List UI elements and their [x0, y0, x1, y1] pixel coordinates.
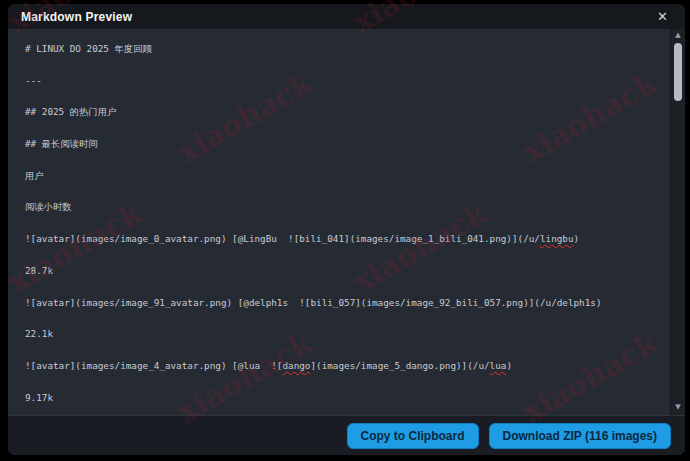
watermark-text: xiaohack — [1, 455, 148, 461]
scroll-down-icon[interactable]: ▼ — [675, 403, 680, 413]
markdown-line: ![avatar](images/image_0_avatar.png) [@L… — [25, 223, 670, 255]
markdown-text: ](images/image_5_dango.png)](/u/ — [310, 360, 489, 371]
markdown-text: 28.7k — [25, 265, 53, 276]
markdown-preview-modal: Markdown Preview ✕ # LINUX DO 2025 年度回顾-… — [8, 4, 685, 455]
vertical-scrollbar[interactable]: ▲ ▼ — [670, 29, 685, 415]
markdown-text: --- — [25, 75, 42, 86]
markdown-text: 阅读小时数 — [25, 201, 71, 212]
markdown-line: ![avatar](images/image_4_avatar.png) [@l… — [25, 350, 670, 382]
markdown-line: 阅读小时数 — [25, 191, 670, 223]
modal-footer: Copy to Clipboard Download ZIP (116 imag… — [8, 415, 685, 455]
markdown-line: 22.1k — [25, 318, 670, 350]
markdown-line: --- — [25, 65, 670, 97]
watermark-text: xiaohack — [346, 455, 493, 461]
markdown-text: ![avatar](images/image_0_avatar.png) [@L… — [25, 233, 540, 244]
markdown-line: 用户 — [25, 160, 670, 192]
markdown-text: ![avatar](images/image_91_avatar.png) [@… — [25, 297, 602, 308]
spellcheck-word: lingbu — [540, 233, 574, 244]
markdown-text: ## 最长阅读时间 — [25, 138, 98, 149]
markdown-text: ) — [574, 233, 580, 244]
markdown-line: # LINUX DO 2025 年度回顾 — [25, 33, 670, 65]
markdown-line: 28.7k — [25, 255, 670, 287]
scrollbar-thumb[interactable] — [674, 43, 682, 101]
modal-body: # LINUX DO 2025 年度回顾---## 2025 的热门用户## 最… — [8, 29, 685, 415]
markdown-content[interactable]: # LINUX DO 2025 年度回顾---## 2025 的热门用户## 最… — [8, 29, 670, 415]
markdown-text: 9.17k — [25, 392, 53, 403]
markdown-line: 9.17k — [25, 382, 670, 414]
spellcheck-word: dango — [282, 360, 310, 371]
markdown-line: ## 2025 的热门用户 — [25, 96, 670, 128]
markdown-text: 用户 — [25, 170, 44, 181]
markdown-text: ![avatar](images/image_4_avatar.png) [@l… — [25, 360, 282, 371]
markdown-text: 22.1k — [25, 328, 53, 339]
markdown-text: # LINUX DO 2025 年度回顾 — [25, 43, 152, 54]
copy-to-clipboard-button[interactable]: Copy to Clipboard — [347, 423, 479, 449]
markdown-text: ## 2025 的热门用户 — [25, 106, 116, 117]
spellcheck-word: lua — [490, 360, 507, 371]
modal-header: Markdown Preview ✕ — [8, 4, 685, 29]
markdown-text: ) — [506, 360, 512, 371]
markdown-line: ![avatar](images/image_91_avatar.png) [@… — [25, 287, 670, 319]
markdown-line: ## 最长阅读时间 — [25, 128, 670, 160]
modal-title: Markdown Preview — [21, 10, 132, 24]
close-icon[interactable]: ✕ — [653, 8, 672, 25]
scroll-up-icon[interactable]: ▲ — [675, 31, 680, 41]
download-zip-button[interactable]: Download ZIP (116 images) — [489, 423, 672, 449]
